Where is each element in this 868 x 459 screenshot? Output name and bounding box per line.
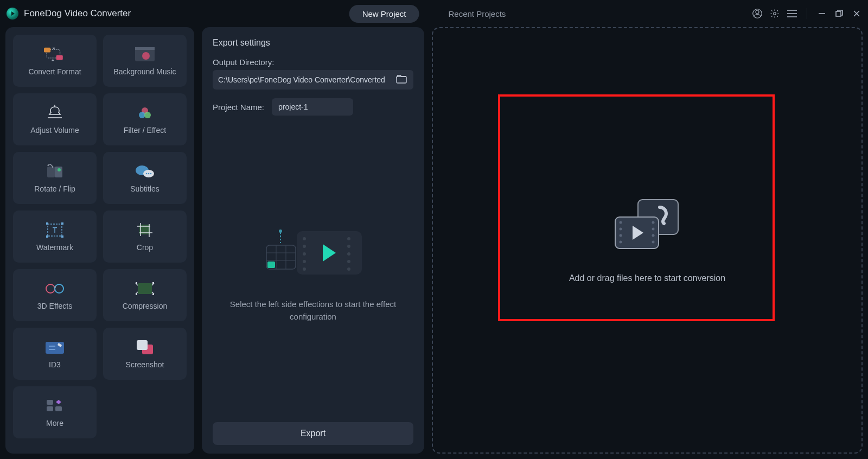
tile-label: Watermark (36, 243, 73, 252)
tile-id3[interactable]: ID3 (13, 328, 97, 380)
app-title: FoneDog Video Converter (7, 8, 131, 20)
svg-point-56 (347, 252, 350, 256)
app-logo-icon (7, 8, 18, 20)
id3-icon (44, 339, 66, 356)
svg-point-60 (303, 245, 306, 248)
tile-label: Convert Format (28, 67, 81, 76)
svg-point-58 (347, 267, 350, 271)
watermark-icon: T (44, 221, 66, 239)
tile-screenshot[interactable]: Screenshot (103, 328, 187, 380)
svg-point-2 (774, 12, 776, 15)
tab-recent-projects[interactable]: Recent Projects (435, 5, 519, 23)
svg-point-23 (58, 168, 61, 171)
menu-icon[interactable] (787, 9, 797, 18)
tile-compression[interactable]: Compression (103, 269, 187, 321)
svg-rect-32 (61, 222, 63, 225)
svg-rect-21 (47, 167, 55, 177)
svg-rect-51 (47, 406, 53, 411)
tile-label: Filter / Effect (124, 126, 166, 135)
svg-rect-22 (55, 167, 62, 177)
main-area: Convert Format Background Music Adjust V… (0, 27, 868, 459)
svg-rect-7 (836, 11, 841, 16)
export-button[interactable]: Export (213, 422, 413, 445)
tile-label: Screenshot (126, 360, 164, 369)
project-name-input[interactable] (272, 98, 353, 116)
svg-rect-50 (55, 406, 62, 411)
svg-rect-34 (61, 235, 63, 238)
svg-point-55 (347, 245, 350, 248)
svg-rect-41 (152, 282, 154, 284)
svg-point-27 (148, 173, 150, 175)
tile-filter-effect[interactable]: Filter / Effect (103, 93, 187, 145)
effect-placeholder: Select the left side effections to start… (213, 121, 413, 422)
svg-point-26 (146, 173, 148, 175)
output-directory-label: Output Directory: (213, 58, 413, 67)
output-directory-value: C:\Users\pc\FoneDog Video Converter\Conv… (218, 75, 396, 84)
svg-point-36 (46, 284, 55, 293)
tile-rotate-flip[interactable]: Rotate / Flip (13, 152, 97, 204)
tile-label: Adjust Volume (30, 126, 79, 135)
compression-icon (134, 280, 156, 297)
filter-effect-icon (134, 104, 156, 122)
tab-new-project[interactable]: New Project (349, 5, 419, 23)
tile-adjust-volume[interactable]: Adjust Volume (13, 93, 97, 145)
screenshot-icon (134, 339, 156, 356)
tool-sidebar: Convert Format Background Music Adjust V… (5, 27, 194, 454)
tile-label: ID3 (49, 360, 61, 369)
svg-rect-39 (138, 283, 152, 294)
rotate-flip-icon (44, 163, 66, 180)
svg-rect-48 (137, 340, 148, 350)
output-directory-row: C:\Users\pc\FoneDog Video Converter\Conv… (213, 70, 413, 90)
tile-convert-format[interactable]: Convert Format (13, 35, 97, 87)
svg-point-70 (279, 229, 282, 233)
convert-format-icon (44, 46, 66, 63)
svg-point-54 (347, 237, 350, 240)
svg-point-61 (303, 252, 306, 256)
tile-more[interactable]: More (13, 386, 97, 438)
crop-icon (134, 221, 156, 239)
account-icon[interactable] (752, 9, 762, 18)
tile-label: Rotate / Flip (34, 184, 75, 193)
svg-point-28 (150, 173, 152, 175)
effect-hint-text: Select the left side effections to start… (226, 298, 400, 323)
tile-3d-effects[interactable]: 3D Effects (13, 269, 97, 321)
svg-rect-43 (152, 294, 154, 295)
svg-rect-31 (46, 222, 48, 225)
tile-label: Crop (137, 243, 153, 252)
drop-zone[interactable]: Add or drag files here to start conversi… (432, 27, 863, 454)
project-name-row: Project Name: (213, 98, 413, 116)
background-music-icon (134, 46, 156, 63)
svg-rect-33 (46, 235, 48, 238)
subtitles-icon (134, 163, 156, 180)
svg-rect-12 (56, 55, 63, 60)
tile-label: Compression (123, 302, 167, 310)
svg-point-62 (303, 260, 306, 263)
window-controls (752, 8, 861, 19)
minimize-button[interactable] (817, 9, 827, 18)
close-button[interactable] (852, 9, 861, 18)
3d-effects-icon (44, 280, 66, 297)
tile-background-music[interactable]: Background Music (103, 35, 187, 87)
tile-crop[interactable]: Crop (103, 211, 187, 263)
tile-label: Background Music (113, 67, 176, 76)
titlebar: FoneDog Video Converter New Project Rece… (0, 0, 868, 27)
maximize-button[interactable] (834, 9, 844, 18)
tile-label: 3D Effects (37, 302, 72, 310)
highlight-box (498, 94, 775, 321)
svg-rect-14 (135, 47, 155, 50)
settings-icon[interactable] (770, 9, 780, 18)
tile-watermark[interactable]: T Watermark (13, 211, 97, 263)
tabs: New Project Recent Projects (349, 5, 519, 23)
tile-subtitles[interactable]: Subtitles (103, 152, 187, 204)
svg-rect-40 (136, 282, 137, 284)
svg-point-15 (142, 52, 150, 60)
svg-point-20 (144, 112, 151, 118)
browse-folder-button[interactable] (396, 74, 408, 85)
adjust-volume-icon (44, 104, 66, 122)
more-icon (44, 397, 66, 415)
export-settings-panel: Export settings Output Directory: C:\Use… (202, 27, 424, 454)
svg-text:T: T (53, 226, 58, 234)
tile-label: More (46, 419, 63, 428)
export-settings-title: Export settings (213, 38, 413, 48)
tile-label: Subtitles (130, 184, 159, 193)
